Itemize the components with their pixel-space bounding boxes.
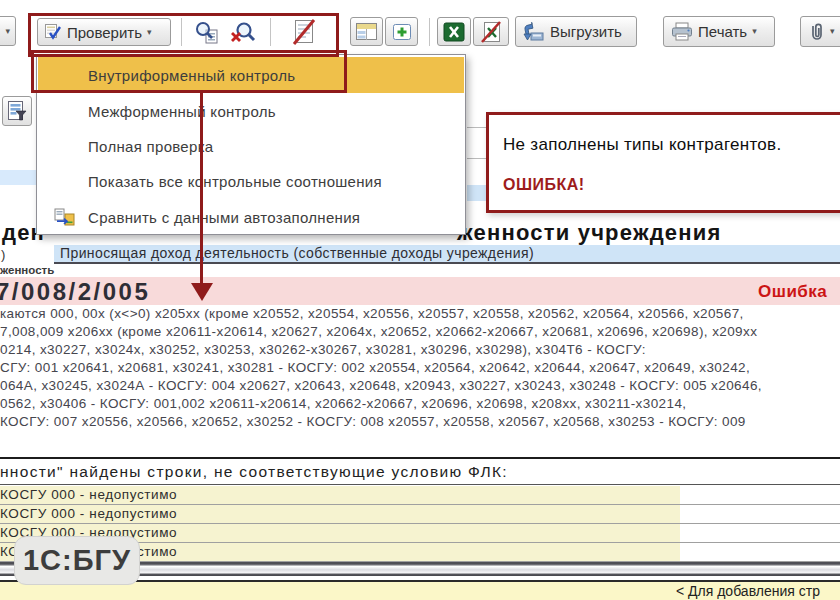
excel-icon [443,22,465,42]
unload-button-label: Выгрузить [550,23,622,40]
check-document-icon [45,24,62,40]
error-code-row[interactable]: 7/008/2/005 Ошибка [0,277,840,305]
excel-slash-icon [479,21,503,43]
table-icon [356,23,377,40]
flk-header-row: нности" найдены строки, не соответствующ… [0,459,840,485]
print-button[interactable]: Печать ▾ [663,16,775,47]
printer-icon [671,22,693,41]
check-button-label: Проверить [67,24,142,41]
menu-item-show-all-ratios[interactable]: Показать все контрольные соотношения [38,163,464,199]
menu-item-label: Внутриформенный контроль [88,67,295,84]
app-window: ден женности учреждения ) Приносящая дох… [0,0,840,600]
zoom-remove-button[interactable] [226,18,260,47]
check-button[interactable]: Проверить ▾ [37,18,171,46]
row-code: 7/008/2/005 [0,278,150,306]
activity-row[interactable]: Приносящая доход деятельность (собственн… [54,245,840,264]
app-badge: 1С:БГУ [14,536,140,585]
rule-line: КОСГУ: 007 х20556, х20566, х20652, х3025… [0,413,840,431]
rule-line: 0214, х30227, х3024х, х30252, х30253, х3… [0,341,840,359]
excel-remove-button[interactable] [473,17,509,46]
activity-label: Приносящая доход деятельность (собственн… [60,245,534,261]
popup-message: Не заполнены типы контрагентов. [503,135,781,155]
flk-row[interactable]: КОСГУ 000 - недопустимо [0,505,840,524]
toolbar-separator [270,18,271,46]
grid-line-fragment [467,158,486,159]
error-popup: Не заполнены типы контрагентов. ОШИБКА! [486,112,840,213]
add-icon [392,23,412,41]
menu-item-intraform-control[interactable]: Внутриформенный контроль [38,57,464,93]
popup-status: ОШИБКА! [503,176,585,194]
table-settings-button[interactable] [350,17,383,46]
report-settings-button[interactable] [2,96,32,126]
print-button-label: Печать [698,23,747,40]
clear-check-document-button[interactable] [284,16,324,48]
chevron-down-icon: ▾ [752,27,757,36]
rule-line: 0562, х30406 - КОСГУ: 001,002 х20611-х20… [0,395,840,413]
search-remove-icon [229,21,257,45]
rule-line: каются 000, 00х (х<>0) х205хх (кроме х20… [0,305,840,323]
menu-item-label: Полная проверка [88,138,214,155]
flk-header-label: нности" найдены строки, не соответствующ… [0,463,508,480]
flk-row-label: КОСГУ 000 - недопустимо [0,487,177,502]
app-badge-label: 1С:БГУ [23,544,131,577]
row-fragment-blue [0,170,36,185]
attachment-button[interactable]: ▾ [800,16,840,47]
menu-item-interform-control[interactable]: Межформенный контроль [38,93,464,129]
unload-button[interactable]: Выгрузить [515,16,637,47]
compare-icon [54,208,75,226]
excel-export-button[interactable] [437,17,471,46]
toolbar-separator [429,18,430,46]
paperclip-icon [808,22,825,42]
flk-row[interactable]: КОСГУ 000 - недопустимо [0,486,840,505]
search-document-icon [193,21,221,45]
menu-item-label: Сравнить с данными автозаполнения [88,209,360,226]
row-fragment-blue [467,185,486,201]
add-row-hint: < Для добавления стр [676,583,820,599]
menu-item-label: Межформенный контроль [88,103,276,120]
grid-line-fragment [467,127,486,128]
check-dropdown-menu: Внутриформенный контроль Межформенный ко… [36,54,466,235]
rule-line: 7,008,009 х206хх (кроме х20611-х20614, х… [0,323,840,341]
zoom-document-button[interactable] [190,18,224,47]
toolbar-separator [181,18,182,46]
chevron-down-icon: ▾ [147,28,152,37]
rule-line: 064А, х30245, х3024А - КОСГУ: 004 х20627… [0,377,840,395]
unload-icon [523,22,545,42]
chevron-down-icon: ▾ [830,27,835,36]
debt-fragment: женность [0,264,54,276]
chevron-down-icon: ▾ [5,27,10,36]
rule-line: СГУ: 001 х20641, х20681, х30241, х30281 … [0,359,840,377]
document-slash-icon [289,18,319,46]
activity-prefix-fragment: ) [1,247,5,262]
menu-item-compare-autofill[interactable]: Сравнить с данными автозаполнения [38,199,464,235]
report-title-fragment-right: женности учреждения [457,220,722,246]
report-settings-icon [7,100,27,122]
row-status: Ошибка [758,282,827,302]
flk-row-label: КОСГУ 000 - недопустимо [0,506,177,521]
add-row-button[interactable] [385,17,418,46]
menu-item-label: Показать все контрольные соотношения [88,173,382,190]
menu-item-full-check[interactable]: Полная проверка [38,128,464,164]
partial-dropdown-button[interactable]: ▾ [0,16,16,46]
